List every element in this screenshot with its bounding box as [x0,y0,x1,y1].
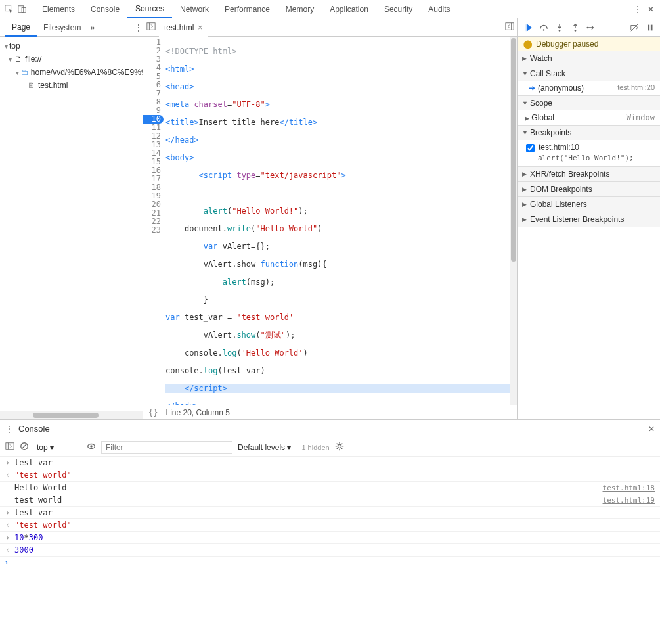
svg-rect-5 [506,23,514,30]
xhr-breakpoints-section[interactable]: ▶XHR/fetch Breakpoints [518,167,660,181]
step-out-icon[interactable] [569,22,581,34]
drawer-menu-icon[interactable]: ⋮ [5,425,13,434]
global-listeners-section[interactable]: ▶Global Listeners [518,197,660,212]
breakpoint-item[interactable]: test.html:10 [518,141,660,154]
console-line[interactable]: ‹3000 [0,544,660,557]
context-selector[interactable]: top ▾ [34,442,63,453]
deactivate-breakpoints-icon[interactable] [628,22,640,34]
warning-icon: ⬤ [523,39,532,49]
chevron-in-icon: › [5,533,14,542]
console-message: Hello World [14,483,603,492]
console-message: test_var [14,458,655,467]
close-devtools-icon[interactable]: ✕ [644,3,657,16]
tab-console[interactable]: Console [83,0,127,18]
breakpoint-code: alert("Hello World!"); [518,154,660,165]
console-settings-icon[interactable] [335,442,344,453]
console-line[interactable]: ‹"test world" [0,519,660,532]
log-levels-selector[interactable]: Default levels ▾ [238,443,291,452]
navigator-tab-page[interactable]: Page [5,18,37,37]
callstack-frame[interactable]: ➜(anonymous) test.html:20 [518,82,660,94]
tab-audits[interactable]: Audits [420,0,458,18]
step-into-icon[interactable] [554,22,565,34]
editor-pane: test.html × 123456789 10 111213141516171… [143,18,518,419]
svg-point-10 [586,26,588,28]
folder-icon: 🗀 [20,68,30,77]
console-output[interactable]: ›test_var‹"test world"Hello Worldtest.ht… [0,457,660,557]
current-frame-icon: ➜ [529,83,535,93]
tree-root[interactable]: ▾ top [0,39,143,53]
tab-network[interactable]: Network [172,0,217,18]
editor-tab-file[interactable]: test.html × [159,18,208,37]
navigator-tabs: Page Filesystem » ⋮ [0,18,143,37]
live-expression-icon[interactable] [87,442,96,453]
tab-application[interactable]: Application [322,0,376,18]
watch-section[interactable]: ▶Watch [518,51,660,66]
console-source-link[interactable]: test.html:19 [603,496,655,505]
tree-protocol[interactable]: ▾ 🗋 file:// [0,53,143,66]
console-header: ⋮ Console ✕ [0,420,660,438]
toggle-navigator-icon[interactable] [143,22,159,33]
svg-rect-14 [6,443,14,450]
tree-file[interactable]: 🗎 test.html [0,79,143,92]
console-line[interactable]: ›10*300 [0,532,660,544]
console-line[interactable]: test worldtest.html:19 [0,494,660,507]
svg-rect-13 [651,24,653,30]
close-drawer-icon[interactable]: ✕ [648,425,655,434]
navigator-overflow[interactable]: » [87,18,97,37]
console-line[interactable]: ‹"test world" [0,469,660,482]
callstack-section[interactable]: ▼Call Stack [518,66,660,81]
file-icon: 🗎 [26,81,37,90]
pause-exceptions-icon[interactable] [644,22,656,34]
navigator-hscroll[interactable] [0,411,143,419]
scope-global[interactable]: ▶ Global Window [518,112,660,124]
resume-icon[interactable] [522,22,534,34]
tab-elements[interactable]: Elements [34,0,83,18]
tab-sources[interactable]: Sources [127,0,172,18]
file-tree: ▾ top ▾ 🗋 file:// ▾ 🗀 home/vvd/%E6%A1%8C… [0,37,143,411]
console-message: "test world" [14,471,655,480]
tree-folder[interactable]: ▾ 🗀 home/vvd/%E6%A1%8C%E9%9D% [0,66,143,79]
console-filter-input[interactable] [101,441,232,454]
code-editor[interactable]: 123456789 10 111213141516171819 20212223… [143,37,517,405]
toggle-debugger-icon[interactable] [502,22,517,33]
svg-point-9 [575,30,577,32]
breakpoint-checkbox[interactable] [526,144,535,152]
console-drawer: ⋮ Console ✕ top ▾ Default levels ▾ 1 hid… [0,419,660,568]
navigator-tab-filesystem[interactable]: Filesystem [37,18,87,37]
chevron-out-icon: ‹ [5,545,14,555]
close-tab-icon[interactable]: × [198,23,202,32]
event-listener-section[interactable]: ▶Event Listener Breakpoints [518,212,660,227]
editor-tabstrip: test.html × [143,18,517,37]
breakpoints-section[interactable]: ▼Breakpoints [518,126,660,140]
console-message: 3000 [14,545,655,555]
console-line[interactable]: Hello Worldtest.html:18 [0,482,660,494]
code-area[interactable]: <!DOCTYPE html> <html> <head> <meta char… [165,37,517,405]
line-gutter[interactable]: 123456789 10 111213141516171819 20212223 [143,37,165,405]
console-source-link[interactable]: test.html:18 [603,484,655,492]
console-title: Console [18,424,50,434]
chevron-in-icon: › [5,508,14,517]
pretty-print-icon[interactable]: {} [148,408,158,417]
step-over-icon[interactable] [538,22,550,34]
hidden-count: 1 hidden [301,444,329,451]
tab-memory[interactable]: Memory [278,0,322,18]
console-sidebar-icon[interactable] [5,442,14,453]
inspect-element-icon[interactable] [3,3,16,16]
device-toggle-icon[interactable] [16,3,29,16]
console-prompt[interactable]: › [0,557,660,568]
console-message: test world [14,495,603,505]
file-protocol-icon: 🗋 [13,55,24,64]
svg-point-19 [90,445,93,448]
editor-vscroll[interactable] [510,37,517,405]
svg-point-8 [559,30,561,32]
clear-console-icon[interactable] [20,442,29,453]
settings-icon[interactable]: ⋮ [631,3,644,16]
scope-section[interactable]: ▼Scope [518,96,660,110]
tab-security[interactable]: Security [376,0,420,18]
step-icon[interactable] [585,22,597,34]
dom-breakpoints-section[interactable]: ▶DOM Breakpoints [518,182,660,196]
tab-performance[interactable]: Performance [217,0,278,18]
console-line[interactable]: ›test_var [0,507,660,519]
console-line[interactable]: ›test_var [0,457,660,469]
navigator-more-icon[interactable]: ⋮ [135,23,143,32]
